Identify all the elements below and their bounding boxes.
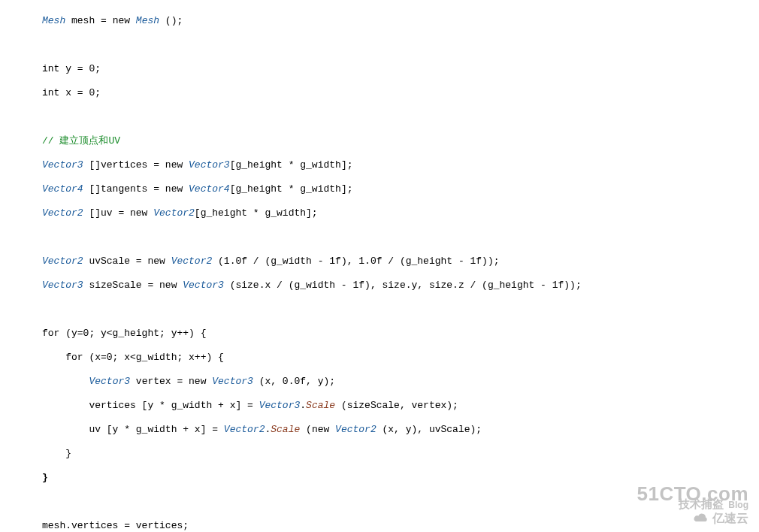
code-line: int x = 0; (0, 87, 759, 99)
code-line: Vector2 uvScale = new Vector2 (1.0f / (g… (0, 255, 759, 268)
code-line (0, 304, 759, 316)
code-line: for (y=0; y<g_height; y++) { (0, 328, 759, 340)
code-line (0, 496, 759, 508)
code-line: int y = 0; (0, 63, 759, 75)
code-line: vertices [y * g_width + x] = Vector3.Sca… (0, 400, 759, 412)
code-line: uv [y * g_width + x] = Vector2.Scale (ne… (0, 424, 759, 436)
code-line: Vector4 []tangents = new Vector4[g_heigh… (0, 183, 759, 195)
code-line (0, 231, 759, 243)
code-block: Mesh mesh = new Mesh (); int y = 0; int … (0, 0, 759, 532)
code-line: Mesh mesh = new Mesh (); (0, 15, 759, 27)
code-line: } (0, 472, 759, 484)
code-line (0, 39, 759, 51)
code-line: // 建立顶点和UV (0, 135, 759, 147)
code-line: for (x=0; x<g_width; x++) { (0, 352, 759, 364)
code-line: Vector3 sizeScale = new Vector3 (size.x … (0, 280, 759, 292)
code-line: Vector3 vertex = new Vector3 (x, 0.0f, y… (0, 376, 759, 388)
code-line: mesh.vertices = vertices; (0, 520, 759, 532)
code-line: } (0, 448, 759, 460)
code-line: Vector2 []uv = new Vector2[g_height * g_… (0, 207, 759, 219)
code-line: Vector3 []vertices = new Vector3[g_heigh… (0, 159, 759, 171)
code-line (0, 111, 759, 123)
